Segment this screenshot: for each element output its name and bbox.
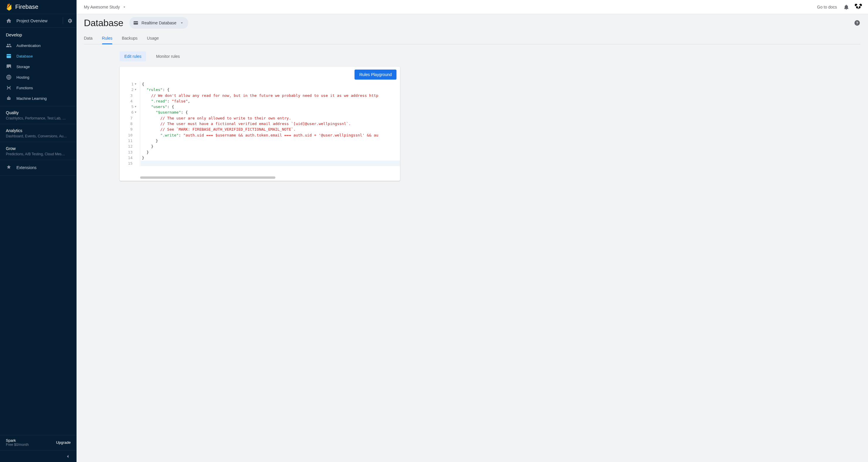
code-line[interactable]: // The user must have a fictional verifi… xyxy=(141,121,400,126)
sidebar-group-analytics[interactable]: Analytics Dashboard, Events, Conversions… xyxy=(0,124,76,142)
sidebar-item-label: Functions xyxy=(17,86,33,90)
topbar: My Awesome Study Go to docs xyxy=(76,0,868,14)
plan-name: Spark xyxy=(6,438,29,443)
fold-toggle-icon[interactable]: ▼ xyxy=(135,104,136,110)
code-line[interactable]: ".write": "auth.uid === $username && aut… xyxy=(141,133,400,138)
gutter-line: 3 xyxy=(120,93,138,98)
gutter-line: 7 xyxy=(120,115,138,121)
code-line[interactable]: // The user are only allowed to write to… xyxy=(141,115,400,121)
sidebar-item-extensions[interactable]: Extensions xyxy=(0,160,76,175)
code-line[interactable]: ".read": "false", xyxy=(141,98,400,104)
upgrade-button[interactable]: Upgrade xyxy=(56,440,71,445)
robot-icon xyxy=(6,95,12,101)
subtab-monitor-rules[interactable]: Monitor rules xyxy=(151,51,184,61)
tab-backups[interactable]: Backups xyxy=(122,33,137,44)
gutter-line: 1▼ xyxy=(120,81,138,87)
bell-icon xyxy=(843,4,849,10)
svg-point-6 xyxy=(8,98,8,99)
people-icon xyxy=(6,42,12,49)
svg-point-16 xyxy=(858,8,859,9)
group-subtitle: Predictions, A/B Testing, Cloud Mes… xyxy=(6,152,71,156)
sidebar-item-ml[interactable]: Machine Learning xyxy=(0,93,76,104)
project-name: My Awesome Study xyxy=(84,5,120,9)
sidebar-group-quality[interactable]: Quality Crashlytics, Performance, Test L… xyxy=(0,106,76,124)
line-gutter: 1▼2▼345▼6▼789101112131415 xyxy=(120,81,140,166)
storage-icon xyxy=(6,64,12,69)
collapse-sidebar-button[interactable] xyxy=(0,450,76,462)
sidebar-item-hosting[interactable]: Hosting xyxy=(0,72,76,83)
gutter-line: 6▼ xyxy=(120,110,138,115)
group-subtitle: Crashlytics, Performance, Test Lab, … xyxy=(6,116,71,120)
code-line[interactable]: { xyxy=(141,81,400,87)
sidebar-item-storage[interactable]: Storage xyxy=(0,61,76,72)
gutter-line: 12 xyxy=(120,144,138,149)
database-type-selector[interactable]: Realtime Database xyxy=(129,17,188,29)
chevron-left-icon xyxy=(65,454,71,459)
gear-icon xyxy=(67,18,73,24)
svg-text:?: ? xyxy=(856,21,858,25)
plan-row: Spark Free $0/month Upgrade xyxy=(0,435,76,450)
svg-point-3 xyxy=(8,87,8,88)
tab-rules[interactable]: Rules xyxy=(102,33,113,44)
project-overview-link[interactable]: Project Overview xyxy=(0,18,63,24)
database-chip-icon xyxy=(133,20,139,26)
code-line[interactable]: } xyxy=(141,138,400,144)
project-picker[interactable]: My Awesome Study xyxy=(84,5,126,9)
tab-data[interactable]: Data xyxy=(84,33,93,44)
subtab-edit-rules[interactable]: Edit rules xyxy=(120,51,146,61)
code-line[interactable]: "rules": { xyxy=(141,87,400,92)
group-title: Grow xyxy=(6,146,71,151)
group-title: Quality xyxy=(6,110,71,115)
code-line[interactable]: "users": { xyxy=(141,104,400,110)
go-to-docs-link[interactable]: Go to docs xyxy=(817,5,837,9)
gutter-line: 4 xyxy=(120,98,138,104)
fold-toggle-icon[interactable]: ▼ xyxy=(135,87,136,92)
code-line[interactable]: } xyxy=(141,144,400,149)
panda-avatar-icon xyxy=(854,3,862,11)
firebase-logo-icon xyxy=(6,3,12,11)
sidebar-item-label: Storage xyxy=(17,64,30,69)
gutter-line: 10 xyxy=(120,133,138,138)
code-line[interactable] xyxy=(141,161,400,166)
sidebar-item-database[interactable]: Database xyxy=(0,51,76,61)
code-line[interactable]: } xyxy=(141,155,400,161)
main: My Awesome Study Go to docs Database xyxy=(76,0,868,462)
sidebar-item-functions[interactable]: Functions xyxy=(0,83,76,93)
gutter-line: 9 xyxy=(120,126,138,132)
avatar[interactable] xyxy=(854,3,863,11)
code-line[interactable]: "$username": { xyxy=(141,110,400,115)
brand[interactable]: Firebase xyxy=(0,0,76,14)
horizontal-scrollbar[interactable] xyxy=(140,176,400,179)
sidebar-group-grow[interactable]: Grow Predictions, A/B Testing, Cloud Mes… xyxy=(0,142,76,160)
sidebar: Firebase Project Overview Develop Authen… xyxy=(0,0,76,462)
fold-toggle-icon[interactable]: ▼ xyxy=(135,81,136,87)
code-line[interactable]: } xyxy=(141,149,400,155)
group-subtitle: Dashboard, Events, Conversions, Au… xyxy=(6,134,71,138)
sidebar-item-authentication[interactable]: Authentication xyxy=(0,40,76,51)
notifications-button[interactable] xyxy=(843,3,850,10)
settings-button[interactable] xyxy=(63,14,76,28)
gutter-line: 13 xyxy=(120,149,138,155)
subtabs: Edit rules Monitor rules xyxy=(120,51,400,61)
group-title: Analytics xyxy=(6,128,71,133)
help-button[interactable]: ? xyxy=(854,19,861,26)
functions-icon xyxy=(6,85,12,91)
gutter-line: 5▼ xyxy=(120,104,138,110)
extensions-label: Extensions xyxy=(17,165,36,170)
sidebar-item-label: Authentication xyxy=(17,44,40,48)
fold-toggle-icon[interactable]: ▼ xyxy=(135,110,136,115)
code-line[interactable]: // See `MARK: FIREBASE_AUTH_VERIFIED_FIC… xyxy=(141,126,400,132)
scrollbar-thumb[interactable] xyxy=(140,176,275,179)
sidebar-item-label: Hosting xyxy=(17,75,29,80)
tabs: Data Rules Backups Usage xyxy=(84,33,861,44)
help-icon: ? xyxy=(854,20,860,26)
code-editor[interactable]: 1▼2▼345▼6▼789101112131415 { "rules": { /… xyxy=(120,80,400,181)
code-line[interactable]: // We don't allow any read for now, but … xyxy=(141,93,400,98)
tab-usage[interactable]: Usage xyxy=(147,33,159,44)
home-icon xyxy=(6,18,12,24)
svg-rect-5 xyxy=(7,97,10,100)
caret-down-icon xyxy=(180,21,184,25)
svg-point-7 xyxy=(9,98,10,99)
code-area[interactable]: { "rules": { // We don't allow any read … xyxy=(140,81,400,166)
rules-playground-button[interactable]: Rules Playground xyxy=(354,69,397,80)
